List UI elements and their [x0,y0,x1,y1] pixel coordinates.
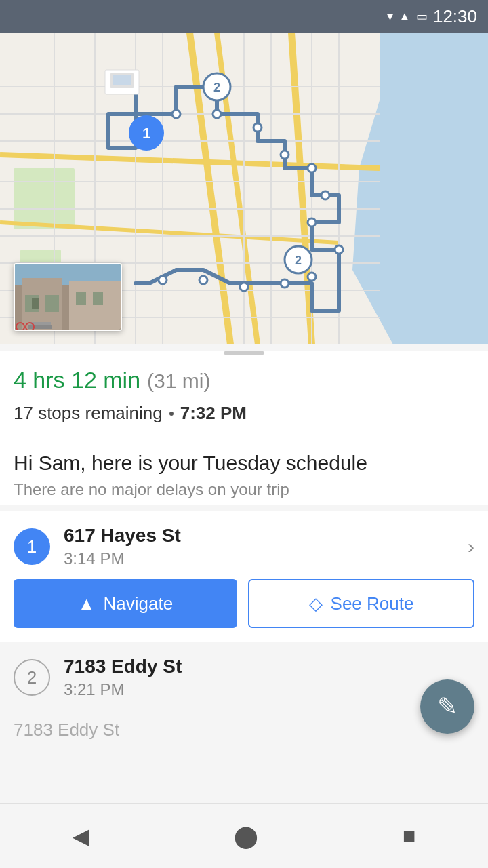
back-nav-button[interactable]: ◀ [59,816,103,856]
wifi-icon: ▾ [387,9,393,24]
stop-2-info: 7183 Eddy St 3:21 PM [64,656,474,699]
svg-rect-59 [76,292,86,305]
street-photo-thumbnail[interactable] [14,263,122,331]
stop-2-time: 3:21 PM [64,680,474,699]
svg-rect-60 [93,292,103,305]
stop-1-header: 1 617 Hayes St 3:14 PM › [14,525,474,568]
svg-text:2: 2 [295,254,302,267]
trip-duration: 4 hrs 12 min [14,367,140,393]
svg-point-27 [213,110,221,118]
schedule-title: Hi Sam, here is your Tuesday schedule [14,452,474,475]
map-background: 2 2 1 [0,33,488,344]
stop-item-2: 2 7183 Eddy St 3:21 PM [0,642,488,713]
stop-1-time: 3:14 PM [64,549,454,568]
stop-nav-button[interactable]: ■ [389,816,429,855]
stops-remaining: 17 stops remaining [14,403,163,424]
svg-rect-54 [28,326,52,329]
svg-point-38 [159,276,167,284]
svg-text:1: 1 [142,125,150,142]
svg-point-26 [172,110,180,118]
svg-point-35 [281,279,289,288]
svg-rect-52 [45,295,59,312]
stop-1-address: 617 Hayes St [64,525,454,547]
drag-handle[interactable] [224,351,264,355]
svg-rect-53 [32,298,39,309]
stop-1-info: 617 Hayes St 3:14 PM [64,525,454,568]
navigate-label: Navigate [104,593,174,614]
svg-point-34 [308,273,316,281]
stops-row: 17 stops remaining 7:32 PM [0,403,488,435]
stop-1-chevron-icon[interactable]: › [468,535,474,558]
battery-icon: ▭ [416,9,428,24]
see-route-icon: ◇ [309,593,323,614]
home-nav-button[interactable]: ⬤ [220,816,272,856]
svg-point-29 [281,151,289,159]
status-time: 12:30 [433,6,477,27]
stop-section-2: 2 7183 Eddy St 3:21 PM 7183 Eddy St ✎ [0,642,488,747]
status-bar: ▾ ▲ ▭ 12:30 [0,0,488,33]
stop-1-number: 1 [14,528,50,565]
signal-icon: ▲ [399,9,411,24]
see-route-label: See Route [331,593,414,614]
dot-separator [169,412,174,416]
stop-1-buttons: ▲ Navigate ◇ See Route [14,579,474,628]
svg-point-30 [308,164,316,172]
svg-text:2: 2 [214,81,220,94]
status-icons: ▾ ▲ ▭ 12:30 [387,6,477,27]
svg-point-28 [253,123,262,132]
edit-fab-button[interactable]: ✎ [420,679,474,734]
svg-rect-58 [69,281,122,331]
stop-2-address: 7183 Eddy St [64,656,474,677]
info-panel: 4 hrs 12 min (31 mi) 17 stops remaining … [0,351,488,435]
trip-distance: (31 mi) [147,370,210,393]
schedule-subtitle: There are no major delays on your trip [14,480,474,499]
stop-item-1: 1 617 Hayes St 3:14 PM › ▲ Navigate ◇ Se… [0,511,488,642]
divider-2 [0,505,488,505]
see-route-button[interactable]: ◇ See Route [248,579,474,628]
navigate-icon: ▲ [78,593,96,614]
schedule-header: Hi Sam, here is your Tuesday schedule Th… [0,435,488,505]
svg-rect-2 [14,168,75,229]
svg-point-36 [240,283,248,291]
svg-rect-45 [113,75,131,85]
map-area[interactable]: 2 2 1 [0,33,488,344]
stop-2-number: 2 [14,659,50,696]
bottom-navigation: ◀ ⬤ ■ [0,803,488,868]
navigate-button[interactable]: ▲ Navigate [14,579,237,628]
partial-stop-text: 7183 Eddy St [0,713,488,747]
edit-icon: ✎ [437,692,458,721]
svg-point-32 [308,218,316,226]
svg-point-31 [321,191,329,199]
svg-point-33 [335,245,343,254]
svg-point-37 [199,276,207,284]
trip-time-row: 4 hrs 12 min (31 mi) [0,360,488,403]
eta-time: 7:32 PM [180,403,247,424]
